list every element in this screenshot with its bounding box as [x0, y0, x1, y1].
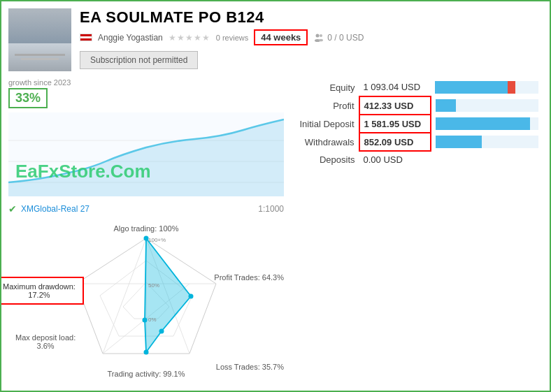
flag-icon [80, 34, 92, 41]
top-section: EA SOULMATE PO B124 Anggie Yogastian ★★★… [8, 8, 543, 71]
bar-fill-2 [436, 117, 530, 130]
bar-accent-0 [508, 81, 516, 94]
title-block: EA SOULMATE PO B124 Anggie Yogastian ★★★… [80, 8, 543, 69]
bar-fill-1 [436, 99, 456, 112]
meta-row: Anggie Yogastian ★★★★★ 0 reviews 44 week… [80, 29, 543, 45]
author-name: Anggie Yogastian [98, 33, 163, 43]
bar-fill-3 [436, 136, 482, 148]
svg-marker-16 [145, 238, 191, 352]
trading-activity-label: Trading activity: 99.1% [108, 370, 185, 378]
stat-row-4: Deposits0.00 USD [291, 151, 543, 168]
stat-label-1: Profit [291, 96, 359, 115]
growth-percent: 33% [8, 88, 48, 108]
stat-value-1: 412.33 USD [359, 96, 431, 115]
account-name: XMGlobal-Real 27 [21, 204, 90, 214]
deposit-load-label: Max deposit load: 3.6% [15, 333, 76, 350]
algo-label: Algo trading: 100% [114, 224, 179, 233]
people-icon [313, 32, 324, 43]
stat-value-3: 852.09 USD [359, 133, 431, 151]
svg-point-19 [159, 329, 164, 334]
stat-row-3: Withdrawals852.09 USD [291, 133, 543, 151]
weeks-badge: 44 weeks [254, 29, 308, 45]
svg-point-21 [143, 318, 148, 323]
svg-text:50%: 50% [148, 282, 159, 289]
svg-text:0%: 0% [148, 317, 157, 323]
stat-bar-0 [431, 78, 543, 96]
leverage: 1:1000 [258, 204, 284, 214]
reviews-count: 0 reviews [216, 34, 248, 42]
stat-value-0: 1 093.04 USD [359, 78, 431, 96]
stat-label-3: Withdrawals [291, 133, 359, 151]
svg-point-20 [144, 350, 149, 355]
stat-label-0: Equity [291, 78, 359, 96]
star-rating: ★★★★★ [169, 33, 210, 43]
stat-row-0: Equity1 093.04 USD [291, 78, 543, 96]
loss-trades-label: Loss Trades: 35.7% [216, 363, 284, 371]
svg-point-18 [189, 294, 194, 299]
stat-bar-1 [431, 96, 543, 115]
ea-title: EA SOULMATE PO B124 [80, 8, 543, 27]
stat-value-2: 1 581.95 USD [359, 115, 431, 133]
usd-meta: 0 / 0 USD [313, 32, 364, 43]
stat-label-2: Initial Deposit [291, 115, 359, 133]
profit-trades-label: Profit Trades: 64.3% [214, 273, 284, 282]
chart-area: EaFxStore.Com [8, 112, 284, 196]
svg-text:100+%: 100+% [148, 237, 166, 243]
stat-bar-4 [431, 151, 543, 168]
right-panel: Equity1 093.04 USDProfit412.33 USDInitia… [291, 78, 543, 378]
stat-bar-3 [431, 133, 543, 151]
stat-label-4: Deposits [291, 151, 359, 168]
account-info: ✔ XMGlobal-Real 27 1:1000 [8, 203, 284, 215]
drawdown-box: Maximum drawdown: 17.2% [0, 277, 84, 305]
radar-container: 100+% 50% 0% Algo trading: 100% Profit T… [8, 224, 284, 378]
watermark: EaFxStore.Com [15, 161, 151, 182]
svg-point-0 [316, 34, 320, 37]
subscription-button[interactable]: Subscription not permitted [80, 51, 198, 69]
stat-row-2: Initial Deposit1 581.95 USD [291, 115, 543, 133]
stat-bar-2 [431, 115, 543, 133]
bar-fill-0 [435, 81, 508, 94]
left-panel: growth since 2023 33% EaFxStore.Com ✔ XM… [8, 78, 284, 378]
growth-chart [8, 112, 284, 196]
verified-icon: ✔ [8, 203, 17, 215]
growth-label: growth since 2023 [8, 78, 284, 87]
main-content: growth since 2023 33% EaFxStore.Com ✔ XM… [8, 78, 543, 378]
svg-point-2 [320, 34, 322, 37]
svg-point-3 [319, 38, 323, 41]
radar-section: 100+% 50% 0% Algo trading: 100% Profit T… [8, 224, 284, 378]
stats-table: Equity1 093.04 USDProfit412.33 USDInitia… [291, 78, 543, 168]
avatar [8, 8, 71, 71]
stat-row-1: Profit412.33 USD [291, 96, 543, 115]
stat-value-4: 0.00 USD [359, 151, 431, 168]
